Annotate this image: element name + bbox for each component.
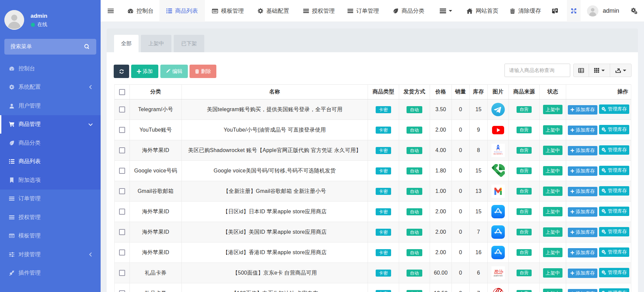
svg-text:京东: 京东 (499, 269, 502, 271)
svg-text:Shadowrocket: Shadowrocket (494, 151, 502, 153)
svg-text:美区独享账号: 美区独享账号 (493, 153, 503, 155)
svg-text:JD: JD (494, 270, 498, 273)
svg-text:.COM: .COM (499, 271, 503, 273)
